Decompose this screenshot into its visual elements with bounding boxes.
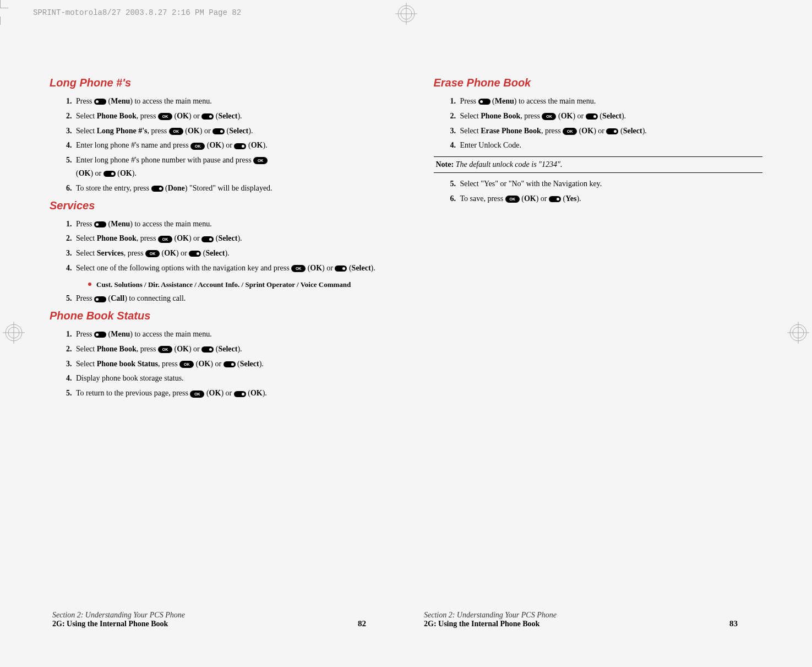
step-item: 3.Select Erase Phone Book, press OK (OK)… <box>450 124 763 138</box>
erase-steps-bottom: 5.Select "Yes" or "No" with the Navigati… <box>434 177 763 205</box>
ok-icon: OK <box>158 236 172 243</box>
pb-status-steps: 1.Press (Menu) to access the main menu.2… <box>50 328 379 400</box>
page-number-left: 82 <box>358 619 366 628</box>
softkey-right-icon <box>335 265 347 272</box>
ok-icon: OK <box>190 391 204 398</box>
step-number: 5. <box>66 154 72 167</box>
registration-mark-left <box>3 322 25 346</box>
step-number: 6. <box>450 192 456 205</box>
step-item: 2.Select Phone Book, press OK (OK) or (S… <box>66 232 379 245</box>
step-number: 4. <box>66 139 72 152</box>
footer-right: Section 2: Understanding Your PCS Phone … <box>424 611 738 628</box>
softkey-right-icon <box>103 171 116 177</box>
softkey-left-icon <box>94 296 106 302</box>
step-item: 3.Select Long Phone #'s, press OK (OK) o… <box>66 124 379 138</box>
note-box: Note: The default unlock code is "1234". <box>434 156 763 173</box>
step-number: 5. <box>66 387 72 400</box>
footer-left: Section 2: Understanding Your PCS Phone … <box>52 611 366 628</box>
ok-icon: OK <box>190 143 205 150</box>
services-bullet-item: Cust. Solutions / Dir. Assistance / Acco… <box>88 279 379 290</box>
print-header: SPRINT-motorola8/27 2003.8.27 2:16 PM Pa… <box>33 8 241 17</box>
services-steps: 1.Press (Menu) to access the main menu.2… <box>50 218 379 275</box>
ok-icon: OK <box>291 265 306 272</box>
softkey-right-icon <box>606 128 618 134</box>
crop-mark-br <box>0 17 1 25</box>
ok-icon: OK <box>158 346 172 353</box>
step-number: 4. <box>450 139 456 152</box>
step-number: 2. <box>66 232 72 245</box>
step-item: 4.Select one of the following options wi… <box>66 262 379 275</box>
softkey-right-icon <box>201 113 214 120</box>
step-item: 1.Press (Menu) to access the main menu. <box>450 95 763 108</box>
registration-mark-top <box>395 3 417 27</box>
step-item: 2.Select Phone Book, press OK (OK) or (S… <box>450 110 763 123</box>
step-number: 1. <box>450 95 456 108</box>
long-phone-steps: 1.Press (Menu) to access the main menu.2… <box>50 95 379 195</box>
step-item: 4.Display phone book storage status. <box>66 372 379 385</box>
step-item: 3.Select Phone book Status, press OK (OK… <box>66 357 379 371</box>
page-number-right: 83 <box>729 619 738 628</box>
step-number: 1. <box>66 328 72 341</box>
services-bullet: Cust. Solutions / Dir. Assistance / Acco… <box>50 279 379 290</box>
footer-section-left: Section 2: Understanding Your PCS Phone <box>52 611 366 620</box>
step-number: 6. <box>66 182 72 195</box>
step-item: 5.Select "Yes" or "No" with the Navigati… <box>450 177 763 191</box>
step-number: 3. <box>66 124 72 138</box>
note-text: The default unlock code is "1234". <box>454 160 562 169</box>
step-item: 1.Press (Menu) to access the main menu. <box>66 95 379 108</box>
step-number: 2. <box>66 343 72 356</box>
softkey-right-icon <box>201 346 214 353</box>
ok-icon: OK <box>169 128 183 135</box>
softkey-right-icon <box>586 113 598 120</box>
step-number: 1. <box>66 218 72 231</box>
step-item: 1.Press (Menu) to access the main menu. <box>66 218 379 231</box>
heading-pb-status: Phone Book Status <box>50 310 379 322</box>
softkey-right-icon <box>201 236 214 242</box>
registration-mark-right <box>787 322 809 346</box>
ok-icon: OK <box>542 113 556 120</box>
step-item: 2.Select Phone Book, press OK (OK) or (S… <box>66 110 379 123</box>
ok-icon: OK <box>253 157 268 164</box>
softkey-right-icon <box>151 186 164 192</box>
step-number: 2. <box>66 110 72 123</box>
footer-title-right: 2G: Using the Internal Phone Book <box>424 620 738 628</box>
step-number: 5. <box>66 292 72 305</box>
ok-icon: OK <box>179 361 194 368</box>
note-label: Note: <box>436 160 454 169</box>
softkey-right-icon <box>234 391 246 397</box>
step-number: 3. <box>450 124 456 138</box>
step-number: 3. <box>66 357 72 371</box>
softkey-left-icon <box>94 221 106 227</box>
softkey-right-icon <box>234 143 246 149</box>
ok-icon: OK <box>563 128 577 135</box>
services-step5: 5.Press (Call) to connecting call. <box>50 292 379 305</box>
step-item: 2.Select Phone Book, press OK (OK) or (S… <box>66 343 379 356</box>
softkey-left-icon <box>478 99 491 105</box>
softkey-left-icon <box>94 332 106 338</box>
softkey-right-icon <box>549 196 561 202</box>
step-number: 4. <box>66 262 72 275</box>
softkey-right-icon <box>189 251 201 257</box>
step-item: 4.Enter long phone #'s name and press OK… <box>66 139 379 152</box>
step-number: 4. <box>66 372 72 385</box>
step-number: 2. <box>450 110 456 123</box>
step-number: 5. <box>450 177 456 191</box>
footer-title-left: 2G: Using the Internal Phone Book <box>52 620 366 628</box>
softkey-right-icon <box>224 361 236 367</box>
step-item: 5.Enter long phone #'s phone number with… <box>66 154 379 180</box>
heading-services: Services <box>50 199 379 212</box>
step-item: 5.To return to the previous page, press … <box>66 387 379 400</box>
ok-icon: OK <box>505 196 520 203</box>
step-item: 6.To store the entry, press (Done) "Stor… <box>66 182 379 195</box>
crop-mark-bl <box>0 0 8 8</box>
footer-section-right: Section 2: Understanding Your PCS Phone <box>424 611 738 620</box>
heading-erase: Erase Phone Book <box>434 77 763 89</box>
softkey-right-icon <box>212 128 225 134</box>
ok-icon: OK <box>158 113 172 120</box>
step-number: 1. <box>66 95 72 108</box>
left-page: Long Phone #'s 1.Press (Menu) to access … <box>33 69 395 410</box>
heading-long-phone: Long Phone #'s <box>50 77 379 89</box>
ok-icon: OK <box>145 250 160 257</box>
step-item: 6.To save, press OK (OK) or (Yes). <box>450 192 763 205</box>
step-item: 1.Press (Menu) to access the main menu. <box>66 328 379 341</box>
